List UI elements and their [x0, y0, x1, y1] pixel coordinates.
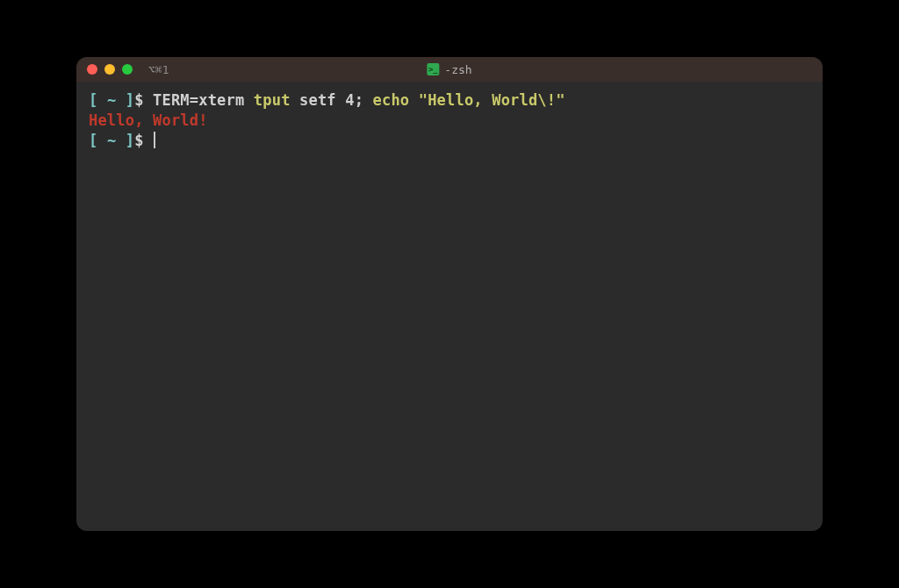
terminal-window: ⌥⌘1 >_ -zsh [ ~ ]$ TERM=xterm tput setf … — [76, 57, 823, 531]
line-3: [ ~ ]$ — [89, 132, 155, 149]
close-button[interactable] — [87, 64, 97, 75]
tab-shortcut-label: ⌥⌘1 — [148, 63, 169, 76]
prompt-cwd: ~ — [107, 132, 116, 149]
terminal-body[interactable]: [ ~ ]$ TERM=xterm tput setf 4; echo "Hel… — [76, 82, 823, 531]
window-title: >_ -zsh — [427, 63, 471, 76]
prompt-bracket-open: [ — [89, 132, 97, 149]
prompt-bracket-close: ] — [126, 132, 134, 149]
line-2-output: Hello, World! — [89, 111, 208, 129]
env-assign: TERM=xterm — [153, 91, 244, 109]
prompt-dollar: $ — [134, 132, 143, 149]
string-arg: "Hello, World\!" — [419, 91, 565, 109]
maximize-button[interactable] — [122, 64, 133, 75]
process-name: -zsh — [444, 63, 471, 76]
terminal-icon: >_ — [427, 63, 439, 75]
command-echo: echo — [373, 91, 410, 109]
prompt-dollar: $ — [134, 91, 143, 109]
prompt-bracket-open: [ — [89, 91, 97, 109]
command-tput: tput — [254, 91, 291, 109]
traffic-lights — [87, 64, 133, 75]
cursor-icon — [154, 132, 155, 148]
minimize-button[interactable] — [104, 64, 115, 75]
titlebar: ⌥⌘1 >_ -zsh — [76, 57, 823, 82]
arg-setf: setf 4 — [299, 91, 355, 109]
line-1: [ ~ ]$ TERM=xterm tput setf 4; echo "Hel… — [89, 91, 565, 109]
prompt-cwd: ~ — [107, 91, 116, 109]
prompt-bracket-close: ] — [126, 91, 134, 109]
semicolon: ; — [355, 91, 363, 109]
